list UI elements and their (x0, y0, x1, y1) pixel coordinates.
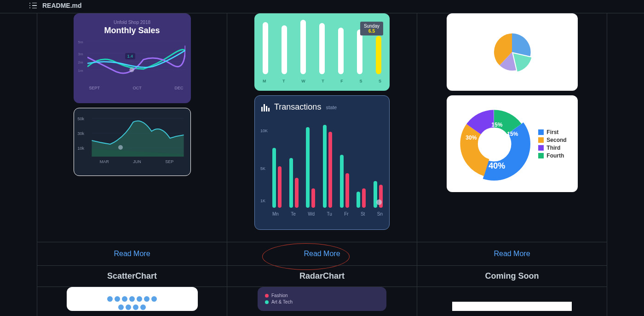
y-tick: 5K (260, 166, 265, 171)
pie-chart-svg (491, 31, 533, 73)
cell-scatter (37, 287, 227, 316)
bar (357, 29, 362, 74)
x-tick: T (282, 79, 285, 83)
transactions-title: Transactions (274, 102, 321, 112)
donut-legend: First Second Third Fourth (538, 128, 566, 160)
x-tick: S (359, 79, 362, 83)
readme-content: Unfold Shop 2018 Monthly Sales 5m 3m 2m … (0, 13, 644, 316)
x-tick: SEPT (89, 86, 100, 90)
donut-pct: 15% (491, 122, 502, 128)
cell-pies: 15% 15% 30% 40% First Second Third Fourt… (417, 13, 607, 242)
legend-item: Fourth (546, 152, 564, 159)
bars-tooltip: Sunday 6.5 (360, 22, 383, 35)
legend-item: Art & Tech (271, 299, 293, 304)
cell-comingsoon (417, 287, 607, 316)
x-tick: JUN (133, 159, 141, 164)
legend-item: Third (546, 145, 560, 151)
line-chart-title: Monthly Sales (79, 26, 185, 35)
y-tick: 3m (78, 52, 83, 56)
readmore-cell: Read More (37, 242, 227, 266)
transactions-card: Transactions state 10K 5K 1K (254, 95, 390, 230)
x-tick: W (301, 79, 305, 83)
x-tick: Te (291, 211, 296, 217)
x-tick: SEP (165, 159, 173, 164)
y-tick: 2m (78, 60, 83, 64)
y-tick: 10k (78, 146, 85, 151)
section-header: Coming Soon (417, 266, 607, 287)
section-title: RadarChart (299, 271, 345, 281)
bar (300, 20, 306, 74)
y-tick: 30k (78, 131, 85, 136)
line-chart-tooltip: 1.4 (125, 53, 136, 59)
bar-highlighted (376, 36, 381, 74)
section-title: ScatterChart (107, 271, 157, 281)
x-tick: OCT (133, 86, 142, 90)
cell-radar: Fashion Art & Tech (227, 287, 417, 316)
cursor-dot (118, 145, 123, 150)
donut-pct: 30% (466, 135, 477, 141)
line-chart-card: Unfold Shop 2018 Monthly Sales 5m 3m 2m … (74, 13, 191, 103)
x-tick: Mn (272, 211, 279, 217)
y-tick: 1K (260, 199, 265, 203)
tooltip-value: 6.5 (364, 29, 380, 34)
y-tick: 1m (78, 69, 83, 73)
bar (319, 23, 325, 74)
readmore-link[interactable]: Read More (304, 250, 340, 258)
x-tick: St (361, 211, 365, 217)
filename: README.md (42, 2, 82, 9)
bar (263, 22, 268, 74)
radar-chart-card: Fashion Art & Tech (258, 287, 386, 311)
cursor-dot (376, 199, 382, 205)
donut-chart-card: 15% 15% 30% 40% First Second Third Fourt… (447, 95, 578, 192)
section-header: ScatterChart (37, 266, 227, 287)
x-tick: DEC (174, 86, 183, 90)
y-tick: 5m (78, 40, 83, 44)
area-chart-svg (90, 113, 186, 157)
section-title: Coming Soon (485, 271, 539, 281)
readmore-link[interactable]: Read More (114, 250, 150, 258)
pie-chart-card (447, 13, 578, 91)
bar (338, 28, 344, 74)
svg-point-4 (129, 68, 134, 72)
file-header: README.md (0, 0, 644, 13)
line-chart-subtitle: Unfold Shop 2018 (79, 20, 185, 25)
cell-bars: Sunday 6.5 M T W T F (227, 13, 417, 242)
transactions-state: state (326, 105, 337, 110)
tooltip-day: Sunday (364, 23, 380, 29)
x-tick: M (263, 79, 266, 83)
legend-item: Fashion (271, 293, 288, 298)
x-tick: MAR (100, 159, 109, 164)
section-header: RadarChart (227, 266, 417, 287)
area-chart-card: 50k 30k 10k MAR JUN S (74, 108, 191, 176)
readmore-cell: Read More (417, 242, 607, 266)
x-tick: Fr (344, 211, 348, 217)
equalizer-icon (261, 103, 270, 111)
toc-icon[interactable] (29, 2, 37, 9)
x-tick: Sn (377, 211, 383, 217)
bar (282, 25, 287, 74)
donut-pct: 15% (507, 131, 518, 137)
y-tick: 50k (78, 117, 85, 121)
x-tick: Tu (327, 211, 332, 217)
readmore-link[interactable]: Read More (494, 250, 530, 258)
legend-item: Second (546, 137, 566, 143)
readmore-cell: Read More (227, 242, 417, 266)
donut-pct: 40% (489, 161, 505, 171)
chart-grid: Unfold Shop 2018 Monthly Sales 5m 3m 2m … (37, 13, 607, 316)
coming-soon-card (452, 302, 572, 311)
cell-line-area: Unfold Shop 2018 Monthly Sales 5m 3m 2m … (37, 13, 227, 242)
x-tick: S (379, 79, 381, 83)
scatter-chart-card (67, 287, 198, 311)
x-tick: F (340, 79, 343, 83)
line-chart-svg (87, 40, 185, 84)
bars-days-card: Sunday 6.5 M T W T F (254, 13, 390, 91)
legend-item: First (546, 129, 558, 135)
y-tick: 10K (260, 129, 268, 133)
x-tick: Wd (308, 211, 315, 217)
x-tick: T (322, 79, 324, 83)
